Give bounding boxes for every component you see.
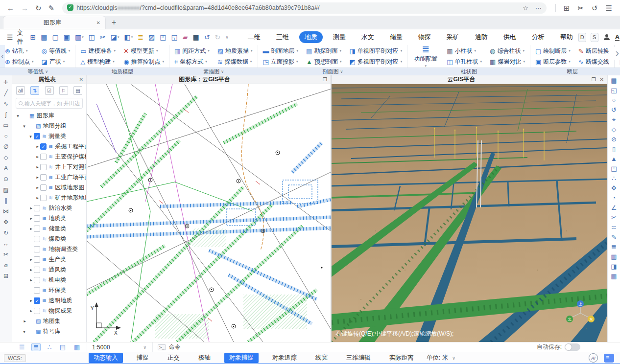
measure-tool-icon[interactable]: ⌀ <box>4 262 7 268</box>
s-mode-button[interactable]: S <box>591 33 598 42</box>
multi-view-plan-section-link-button[interactable]: ◩ 多视图平剖对应 ▾ <box>346 56 405 67</box>
menu-tab[interactable]: 采矿 <box>441 31 465 43</box>
rectangle-tool-icon[interactable]: ▭ <box>3 122 8 128</box>
tree-expand-icon[interactable]: ▾ <box>35 185 40 190</box>
tree-expand-icon[interactable]: ▾ <box>35 164 40 170</box>
screenshot-scissors-icon[interactable]: ✂ <box>577 4 584 12</box>
tree-item[interactable]: ▾ ≋ 区域地形图 <box>12 182 86 193</box>
tree-expand-icon[interactable]: ▾ <box>22 318 27 324</box>
open-file-icon[interactable]: ▢ <box>52 33 59 41</box>
layer-checkbox[interactable] <box>34 277 40 283</box>
paste-icon[interactable]: ◪▾ <box>111 33 119 41</box>
tree-item[interactable]: ▾ ≋ 采掘工程平面图 <box>12 141 86 152</box>
composite-column-button[interactable]: ◍ 综合柱状 ▾ <box>486 46 528 56</box>
menu-tab[interactable]: 二维 <box>242 31 266 43</box>
tree-expand-icon[interactable]: ▾ <box>28 257 33 262</box>
ribbon-scroll-right-icon[interactable]: › <box>610 47 620 60</box>
menu-tab[interactable]: 帮助 <box>555 31 578 43</box>
tree-item[interactable]: ▾ ≋ 主要保护煤柱图 <box>12 152 86 162</box>
save-icon[interactable]: ▣ <box>64 33 70 41</box>
status-toggle-button[interactable]: 三维编辑 <box>341 353 376 363</box>
mirror-tool-icon[interactable]: ⋈ <box>3 208 9 214</box>
contour-button[interactable]: ◎ 等值线 ▾ <box>38 46 73 56</box>
restore-undo-icon[interactable]: ↺ <box>592 4 598 12</box>
menu-tab[interactable]: 物探 <box>413 31 436 43</box>
attitude-button[interactable]: ◪ 产状 ▾ <box>38 56 73 67</box>
menu-tab[interactable]: 水文 <box>356 31 380 43</box>
tree-expand-icon[interactable]: ▾ <box>28 205 33 211</box>
reload-icon[interactable]: ↻ <box>35 4 42 12</box>
apps-grid-icon[interactable]: ⊞ <box>564 4 570 12</box>
layer-checkbox[interactable] <box>34 287 40 294</box>
autosave-toggle[interactable] <box>565 343 580 351</box>
layer-checkbox[interactable] <box>34 226 40 232</box>
tree-expand-icon[interactable]: ▾ <box>15 114 21 118</box>
status-toggle-button[interactable]: 极轴 <box>193 353 215 363</box>
offset-tool-icon[interactable]: ∥ <box>4 198 7 204</box>
panel-close-icon[interactable]: ✕ <box>79 77 83 82</box>
address-bar[interactable]: https://cloudgis●●●●●●●/?cmd=cloudfile&p… <box>62 2 547 14</box>
new-file-icon[interactable]: ⊞ <box>30 33 36 41</box>
copy-attributes-icon[interactable]: ▤ <box>73 86 82 95</box>
draw-fault-button[interactable]: ▢ 绘制断层 ▾ <box>532 46 574 56</box>
delete-icon[interactable]: ⊘ <box>611 136 617 142</box>
menu-tab[interactable]: 测量 <box>328 31 351 43</box>
tree-expand-icon[interactable]: ▾ <box>22 124 27 129</box>
status-toggle-button[interactable]: 线宽 <box>310 353 333 363</box>
status-toggle-button[interactable]: 捕捉 <box>132 353 154 363</box>
small-column-button[interactable]: ▥ 小柱状 ▾ <box>443 46 485 56</box>
pyramid-icon[interactable]: ▲ <box>611 156 617 162</box>
tree-item[interactable]: ▾ ≋ 物探成果 <box>12 306 86 316</box>
tree-item[interactable]: ▾ ≋ 生产类 <box>12 254 86 265</box>
window-tile-icon[interactable]: ◰ <box>160 33 166 41</box>
keyword-filter-icon[interactable]: ⇅ <box>30 86 39 95</box>
maximize-icon[interactable]: ❐ <box>592 77 596 82</box>
layer-checkbox[interactable] <box>34 205 40 211</box>
layer-checkbox[interactable] <box>34 236 40 242</box>
layer-checkbox[interactable] <box>40 154 47 160</box>
viewport-2d-header[interactable]: 图形库：云GIS平台 ❐ <box>87 75 331 84</box>
menu-tab[interactable]: 三维 <box>271 31 294 43</box>
undo-icon[interactable]: ↺ <box>204 33 210 41</box>
tree-expand-icon[interactable]: ▾ <box>28 216 33 221</box>
tree-item[interactable]: ▾ ≋ 透明地质 <box>12 296 86 306</box>
tree-expand-icon[interactable]: ▾ <box>28 134 33 139</box>
layer-checkbox[interactable] <box>34 267 40 273</box>
extrude-icon[interactable]: ◳ <box>611 165 617 172</box>
elevation-projection-button[interactable]: ◳ 立面投影 ▾ <box>260 56 302 67</box>
folder-view-icon[interactable]: ▦ <box>72 343 81 351</box>
tree-item[interactable]: ▾ ≋ 工业广场平面图 <box>12 172 86 182</box>
ribbon-group-label[interactable]: 地质模型 <box>75 68 169 75</box>
hatch-tool-icon[interactable]: ▨ <box>3 187 8 193</box>
section-strata-button[interactable]: ▬ 剖面地层 ▾ <box>260 46 302 56</box>
tab-close-icon[interactable]: ✕ <box>96 20 100 25</box>
tree-item[interactable]: ▾ ▧ 地图分组 <box>12 121 86 131</box>
single-hole-column-button[interactable]: ◫ 单孔柱状 ▾ <box>443 56 485 67</box>
split-view-icon[interactable]: ◨ <box>611 263 617 270</box>
tree-item[interactable]: ▾ ≋ 矿井地形地质图 <box>12 193 86 203</box>
ai-assistant-button[interactable]: AI <box>589 353 598 363</box>
menu-tab[interactable]: 地质 <box>299 31 323 43</box>
more-icon[interactable]: ⋯ <box>535 4 542 12</box>
tree-item[interactable]: ▾ ▨ 地图集 <box>12 316 86 326</box>
forward-icon[interactable]: → <box>21 4 28 12</box>
app-menu-icon[interactable]: ☰ <box>7 33 13 41</box>
fault-coal-intersection-button[interactable]: ∿ 断煤交线 <box>575 56 613 67</box>
clip-icon[interactable]: ✂ <box>611 214 617 221</box>
view-rotate-icon[interactable]: ↺ <box>611 107 617 113</box>
array-icon[interactable]: ∴ <box>612 175 616 182</box>
drill-hole-button[interactable]: ⊜ 钻孔 ▾ <box>1 46 37 56</box>
bookmark-star-icon[interactable]: ☆ <box>523 4 528 12</box>
redo-icon[interactable]: ↻ <box>215 33 220 41</box>
file-menu[interactable]: 文件 <box>17 28 24 46</box>
ellipse-tool-icon[interactable]: ∅ <box>3 144 8 150</box>
text-tool-icon[interactable]: A <box>4 165 8 171</box>
mesh-icon[interactable]: ▦ <box>192 33 199 41</box>
tree-item[interactable]: ▾ ▩ 符号库 <box>12 326 86 337</box>
column-chart-icon[interactable]: ▥ <box>611 253 617 260</box>
user-avatar-icon[interactable] <box>603 33 611 41</box>
orbit-icon[interactable]: ◔ <box>612 195 616 201</box>
unit-select[interactable]: 单位: 米 ∨ <box>427 354 455 362</box>
tree-expand-icon[interactable]: ▾ <box>35 154 40 159</box>
layer-checkbox[interactable] <box>34 215 40 222</box>
